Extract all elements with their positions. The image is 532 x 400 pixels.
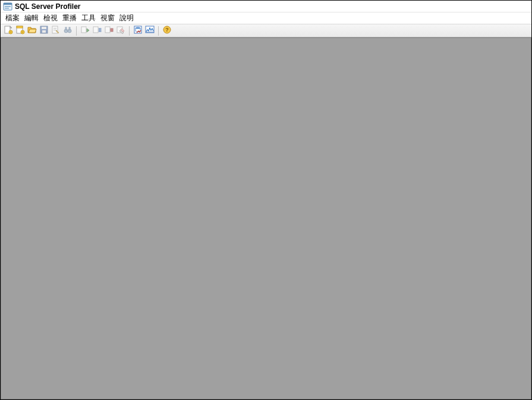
- properties-button: [51, 26, 61, 36]
- new-template-button[interactable]: [15, 26, 26, 36]
- menubar: 檔案 編輯 檢視 重播 工具 視窗 說明: [1, 12, 531, 24]
- svg-text:?: ?: [165, 27, 169, 33]
- pause-icon: [92, 25, 102, 37]
- svg-rect-16: [42, 30, 46, 33]
- svg-rect-19: [53, 30, 56, 30]
- help-icon: ?: [162, 25, 172, 37]
- menu-replay[interactable]: 重播: [61, 12, 78, 24]
- stop-trace-button: [103, 26, 114, 36]
- help-button[interactable]: ?: [162, 26, 172, 36]
- toolbar-separator: [129, 26, 130, 36]
- stop-icon: [104, 25, 114, 37]
- binoculars-icon: [63, 25, 73, 37]
- new-trace-icon: [4, 25, 13, 37]
- menu-view[interactable]: 檢視: [42, 12, 59, 24]
- new-template-icon: [15, 25, 25, 37]
- svg-rect-18: [53, 28, 56, 29]
- activity-monitor-button[interactable]: [144, 26, 155, 36]
- svg-marker-5: [10, 26, 12, 28]
- eraser-icon: [116, 25, 125, 37]
- menu-help[interactable]: 說明: [118, 12, 135, 24]
- new-trace-button[interactable]: [3, 26, 14, 36]
- svg-rect-15: [42, 27, 46, 29]
- svg-rect-27: [93, 27, 98, 33]
- database-tuning-advisor-button[interactable]: [133, 26, 143, 36]
- svg-point-34: [136, 27, 140, 29]
- properties-icon: [51, 25, 61, 37]
- svg-rect-30: [105, 27, 110, 33]
- svg-rect-10: [17, 26, 23, 28]
- svg-marker-26: [87, 29, 89, 32]
- tuning-advisor-icon: [133, 25, 143, 37]
- menu-file[interactable]: 檔案: [4, 12, 21, 24]
- open-file-button[interactable]: [27, 26, 37, 36]
- svg-rect-31: [111, 29, 113, 32]
- app-icon: [3, 2, 12, 11]
- menu-edit[interactable]: 編輯: [23, 12, 40, 24]
- svg-rect-23: [69, 27, 70, 30]
- svg-rect-3: [5, 8, 9, 9]
- titlebar: SQL Server Profiler: [1, 1, 531, 12]
- mdi-workspace: [1, 37, 531, 399]
- toolbar-separator: [76, 26, 77, 36]
- svg-rect-2: [5, 6, 11, 7]
- svg-rect-28: [99, 28, 100, 32]
- activity-monitor-icon: [145, 25, 155, 37]
- floppy-disk-icon: [39, 25, 49, 37]
- svg-rect-25: [81, 27, 86, 33]
- pause-trace-button: [92, 26, 102, 36]
- save-button: [39, 26, 49, 36]
- app-title: SQL Server Profiler: [15, 2, 81, 11]
- menu-window[interactable]: 視窗: [99, 12, 116, 24]
- play-icon: [80, 25, 90, 37]
- menu-tools[interactable]: 工具: [80, 12, 97, 24]
- run-trace-button: [80, 26, 90, 36]
- svg-rect-29: [100, 28, 102, 32]
- svg-rect-22: [65, 27, 67, 30]
- folder-open-icon: [27, 25, 37, 37]
- find-button: [62, 26, 73, 36]
- toolbar: ?: [1, 24, 531, 37]
- svg-rect-24: [67, 30, 69, 31]
- toolbar-separator: [158, 26, 159, 36]
- svg-rect-1: [4, 3, 12, 5]
- clear-trace-window-button: [115, 26, 126, 36]
